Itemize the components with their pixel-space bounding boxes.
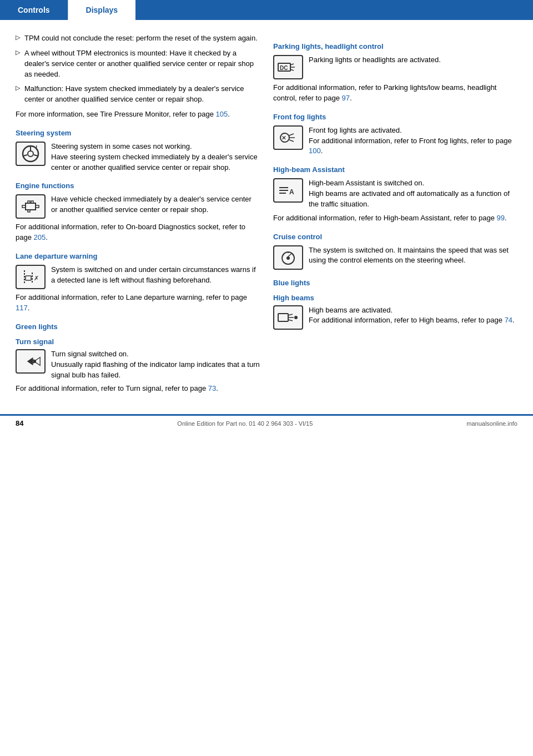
svg-line-38 [293, 254, 293, 255]
lane-text: System is switched on and under certain … [51, 265, 260, 286]
high-beams-icon [277, 309, 299, 326]
turn-signal-row: Turn signal switched on. Unusually rapid… [16, 349, 260, 381]
turn-signal-para: For additional information, refer to Tur… [16, 384, 260, 394]
hba-page-link[interactable]: 99 [496, 214, 504, 222]
fog-page-link[interactable]: 100 [309, 147, 321, 155]
high-beams-page-link[interactable]: 74 [505, 316, 512, 324]
fog-heading: Front fog lights [273, 113, 517, 121]
tab-controls[interactable]: Controls [0, 0, 68, 20]
left-column: ▷ TPM could not conclude the reset: perf… [16, 33, 260, 399]
hba-icon-row: A High-beam Assistant is switched on. Hi… [273, 178, 517, 210]
tab-displays[interactable]: Displays [68, 0, 136, 20]
svg-rect-10 [31, 201, 33, 203]
blue-lights-heading: Blue lights [273, 279, 517, 287]
bullet-arrow-3: ▷ [16, 84, 20, 92]
page-number: 84 [16, 419, 23, 427]
svg-text:A: A [289, 188, 294, 196]
high-beams-heading: High beams [273, 294, 517, 302]
steering-icon-row: ! Steering system in some cases not work… [16, 142, 260, 173]
svg-point-1 [28, 151, 33, 157]
svg-line-39 [283, 254, 284, 255]
lane-icon-row: ✗ System is switched on and under certai… [16, 265, 260, 289]
svg-line-4 [34, 155, 38, 156]
svg-rect-11 [28, 210, 30, 212]
tpm-para: For more information, see Tire Pressure … [16, 109, 260, 120]
fog-icon-row: ✕ Front fog lights are activated. For ad… [273, 125, 517, 157]
hba-text: High-beam Assistant is switched on. High… [309, 178, 517, 210]
parking-icon-row: DC Parking lights or headlights are acti… [273, 55, 517, 79]
svg-point-44 [294, 316, 298, 319]
bullet-arrow-2: ▷ [16, 49, 20, 56]
footer: 84 Online Edition for Part no. 01 40 2 9… [0, 414, 533, 431]
fog-text: Front fog lights are activated. For addi… [309, 125, 517, 157]
engine-icon-box [16, 194, 46, 219]
fog-lights-icon: ✕ [277, 129, 299, 146]
turn-signal-text: Turn signal switched on. Unusually rapid… [51, 349, 260, 381]
bullet-item-3: ▷ Malfunction: Have system checked immed… [16, 84, 260, 105]
cruise-control-icon [277, 249, 299, 266]
lane-departure-icon: ✗ [20, 268, 41, 286]
tpm-page-link[interactable]: 105 [216, 110, 228, 118]
tab-bar: Controls Displays [0, 0, 533, 20]
cruise-text: The system is switched on. It maintains … [309, 245, 517, 266]
main-content: ▷ TPM could not conclude the reset: perf… [0, 20, 533, 410]
lane-heading: Lane departure warning [16, 252, 260, 260]
bullet-arrow-1: ▷ [16, 34, 20, 41]
cruise-control-icon-box [273, 245, 303, 270]
parking-lights-icon: DC [277, 59, 299, 75]
svg-line-28 [289, 140, 294, 142]
svg-line-41 [288, 314, 293, 315]
lane-departure-icon-box: ✗ [16, 265, 46, 289]
cruise-icon-row: The system is switched on. It maintains … [273, 245, 517, 270]
svg-point-35 [286, 256, 290, 260]
svg-line-26 [289, 134, 294, 135]
hba-heading: High-beam Assistant [273, 165, 517, 174]
svg-line-3 [23, 155, 28, 156]
svg-rect-9 [28, 201, 30, 203]
footer-text: Online Edition for Part no. 01 40 2 964 … [177, 420, 313, 427]
engine-warning-icon [20, 198, 41, 215]
svg-marker-16 [27, 357, 33, 365]
footer-site: manualsonline.info [466, 420, 517, 427]
svg-rect-40 [278, 314, 288, 321]
bullet-item-2: ▷ A wheel without TPM electronics is mou… [16, 48, 260, 80]
engine-icon-row: Have vehicle checked immediately by a de… [16, 194, 260, 219]
bullet-text-2: A wheel without TPM electronics is mount… [24, 48, 260, 80]
hba-para: For additional information, refer to Hig… [273, 213, 517, 224]
engine-page-link[interactable]: 205 [34, 233, 46, 241]
parking-para: For additional information, refer to Par… [273, 83, 517, 104]
high-beams-text: High beams are activated. For additional… [309, 305, 515, 326]
high-beams-icon-row: High beams are activated. For additional… [273, 305, 517, 330]
parking-lights-icon-box: DC [273, 55, 303, 79]
turn-signal-page-link[interactable]: 73 [208, 384, 216, 392]
parking-page-link[interactable]: 97 [342, 94, 350, 102]
svg-text:DC: DC [280, 65, 288, 71]
svg-text:✕: ✕ [281, 135, 286, 141]
parking-text: Parking lights or headlights are activat… [309, 55, 441, 65]
green-lights-heading: Green lights [16, 322, 260, 331]
steering-heading: Steering system [16, 129, 260, 137]
svg-rect-6 [26, 203, 36, 210]
bullet-text-3: Malfunction: Have system checked immedia… [24, 84, 260, 105]
right-column: Parking lights, headlight control DC Par… [273, 33, 517, 399]
bullet-text-1: TPM could not conclude the reset: perfor… [24, 33, 258, 44]
fog-lights-icon-box: ✕ [273, 125, 303, 150]
turn-signal-icon-box [16, 349, 46, 374]
engine-para: For additional information, refer to On-… [16, 222, 260, 243]
turn-signal-icon [20, 354, 41, 369]
lane-page-link[interactable]: 117 [16, 304, 28, 312]
engine-heading: Engine functions [16, 182, 260, 190]
svg-rect-14 [26, 276, 31, 280]
svg-text:✗: ✗ [34, 275, 39, 281]
cruise-heading: Cruise control [273, 233, 517, 241]
bullet-item-1: ▷ TPM could not conclude the reset: perf… [16, 33, 260, 44]
turn-signal-heading: Turn signal [16, 337, 260, 346]
steering-text: Steering system in some cases not workin… [51, 142, 260, 173]
lane-para: For additional information, refer to Lan… [16, 293, 260, 314]
svg-line-36 [288, 254, 291, 256]
svg-text:!: ! [36, 145, 37, 151]
high-beams-icon-box [273, 305, 303, 330]
parking-heading: Parking lights, headlight control [273, 42, 517, 51]
engine-text: Have vehicle checked immediately by a de… [51, 194, 260, 215]
svg-line-43 [288, 320, 293, 321]
